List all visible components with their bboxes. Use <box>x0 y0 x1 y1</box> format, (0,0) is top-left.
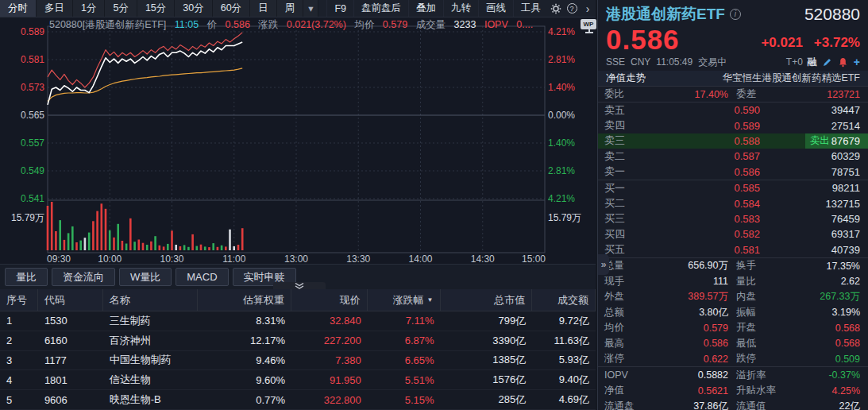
price-change: +0.021 <box>761 35 802 51</box>
stat-value: 2.62 <box>793 276 868 287</box>
bid-row-买五[interactable]: 买五0.58140739 <box>598 242 868 257</box>
collapse-chevron-icon[interactable] <box>273 282 326 289</box>
volume-bar <box>163 246 165 250</box>
table-row[interactable]: 59606映恩生物-B0.77%322.8005.15%285亿4.69亿 <box>0 390 596 410</box>
cell-涨跌幅: 6.87% <box>368 331 441 350</box>
help-icon[interactable]: ? <box>564 0 580 17</box>
period-button-分时[interactable]: 分时 <box>0 0 37 17</box>
stat-row-涨停: 涨停0.622跌停0.509 <box>598 351 868 367</box>
tab-MACD[interactable]: MACD <box>176 268 228 286</box>
info-icon[interactable]: i <box>730 9 741 20</box>
volume-bar <box>208 247 210 250</box>
ask-volume: 39447 <box>760 104 868 116</box>
nav-trend-row[interactable]: 净值走势 华宝恒生港股通创新药精选ETF <box>598 71 868 86</box>
table-body: 11530三生制药8.31%32.8407.11%799亿9.72亿26160百… <box>0 311 596 410</box>
toolbar-action-九转[interactable]: 九转 <box>443 0 478 17</box>
ask-row-卖五[interactable]: 卖五0.59039447 <box>598 102 868 118</box>
tab-量比[interactable]: 量比 <box>5 268 48 286</box>
x-axis-tick: 09:30 <box>47 253 71 264</box>
iopv-label: IOPV <box>484 19 508 30</box>
executed-sell-flash: 卖出87679 <box>805 133 868 149</box>
quote-header: 港股通创新药ETF i 520880 0.586 +0.021 +3.72% S… <box>598 0 868 69</box>
bid-row-买三[interactable]: 买三0.58376459 <box>598 211 868 226</box>
period-button-日[interactable]: 日 <box>250 0 277 17</box>
market-status: 交易中 <box>698 56 727 69</box>
x-axis-tick: 13:30 <box>346 253 370 264</box>
arrow-right-icon[interactable]: › <box>580 0 596 17</box>
plot-border <box>48 26 545 253</box>
volume-bar <box>187 247 190 250</box>
security-name: 港股通创新药ETF <box>606 4 725 25</box>
period-button-1分[interactable]: 1分 <box>73 0 105 17</box>
add-plus-icon[interactable]: + <box>854 56 860 68</box>
ask-row-卖四[interactable]: 卖四0.58927514 <box>598 118 868 133</box>
column-header-涨跌幅[interactable]: 涨跌幅▼ <box>368 289 441 311</box>
toolbar-action-盘前盘后[interactable]: 盘前盘后 <box>353 0 408 17</box>
bid-volume: 98211 <box>760 182 868 194</box>
alert-bell-icon[interactable] <box>838 56 849 68</box>
period-button-30分[interactable]: 30分 <box>175 0 212 17</box>
table-row[interactable]: 41801信达生物9.60%91.9505.51%1576亿9.40亿 <box>0 370 596 390</box>
period-button-多日[interactable]: 多日 <box>37 0 73 17</box>
volume-axis-label-left: 15.79万 <box>11 212 44 223</box>
y-axis-tick-left: 0.573 <box>21 82 44 93</box>
ask-volume: 27514 <box>760 120 868 132</box>
toolbar-action-叠加[interactable]: 叠加 <box>408 0 443 17</box>
bid-row-买四[interactable]: 买四0.58269317 <box>598 226 868 242</box>
cell-涨跌幅: 5.51% <box>368 370 441 389</box>
wp-monitor-icon: WP <box>581 19 596 29</box>
column-header-代码[interactable]: 代码 <box>38 289 103 311</box>
table-row[interactable]: 26160百济神州12.17%227.2006.87%3390亿11.63亿 <box>0 331 596 351</box>
cell-估算权重: 0.77% <box>198 390 291 409</box>
volume-bar <box>159 246 161 250</box>
volume-axis-label-right: 15.79万 <box>548 212 581 223</box>
column-header-总市值[interactable]: 总市值 <box>441 289 533 311</box>
stat-row-均价: 均价0.579开盘0.568 <box>598 320 868 336</box>
bid-volume: 76459 <box>760 213 868 225</box>
bid-row-买一[interactable]: 买一0.58598211 <box>598 180 868 195</box>
column-header-现价[interactable]: 现价 <box>291 289 368 311</box>
ask-row-卖三[interactable]: 卖三0.588卖出87679 <box>598 133 868 149</box>
bid-price: 0.582 <box>636 228 760 240</box>
period-button-周[interactable]: 周 <box>277 0 304 17</box>
volume-bar <box>241 228 244 250</box>
period-button-60分[interactable]: 60分 <box>213 0 250 17</box>
intraday-chart[interactable]: 520880[港股通创新药ETF] 11:05 价 0.586 涨跌 0.021… <box>0 17 596 264</box>
toolbar-action-工具[interactable]: 工具 <box>513 0 548 17</box>
wencai-widget-icon[interactable]: WP <box>581 19 598 33</box>
cell-名称: 中国生物制药 <box>103 351 199 370</box>
ask-row-卖二[interactable]: 卖二0.58760329 <box>598 149 868 164</box>
column-header-序号[interactable]: 序号 <box>0 289 38 311</box>
cell-代码: 1801 <box>38 370 103 389</box>
panel-expander-button[interactable]: » <box>598 254 609 275</box>
volume-bar <box>229 230 231 250</box>
settings-gear-icon[interactable] <box>548 0 564 17</box>
y-axis-tick-left: 0.541 <box>21 193 44 204</box>
intraday-chart-canvas[interactable]: 0.5894.21%0.5812.81%0.5731.40%0.5650.00%… <box>0 17 596 264</box>
toolbar-action-画线[interactable]: 画线 <box>478 0 513 17</box>
toolbar-action-F9[interactable]: F9 <box>326 0 353 17</box>
y-axis-tick-right: 2.81% <box>548 165 575 176</box>
price-change-pct: +3.72% <box>814 35 860 51</box>
bid-row-买二[interactable]: 买二0.584132715 <box>598 195 868 211</box>
bid-ladder: 买一0.58598211买二0.584132715买三0.58376459买四0… <box>598 180 868 257</box>
period-button-15分[interactable]: 15分 <box>137 0 175 17</box>
column-header-成交额[interactable]: 成交额 <box>532 289 596 311</box>
column-header-名称[interactable]: 名称 <box>103 289 199 311</box>
column-header-估算权重[interactable]: 估算权重 <box>198 289 291 311</box>
table-row[interactable]: 31177中国生物制药9.46%7.3806.65%1385亿5.93亿 <box>0 351 596 371</box>
stat-value: 0.5882 <box>639 369 728 381</box>
edit-pencil-icon[interactable] <box>822 56 833 68</box>
volume-bar <box>105 209 107 250</box>
stat-label: IOPV <box>598 369 639 381</box>
stat-label: 涨停 <box>598 352 639 366</box>
tab-资金流向[interactable]: 资金流向 <box>52 268 115 286</box>
volume-bar <box>196 246 199 250</box>
period-dropdown-icon[interactable]: ▾ <box>303 0 318 17</box>
volume-bar <box>175 245 177 250</box>
period-button-5分[interactable]: 5分 <box>105 0 137 17</box>
table-row[interactable]: 11530三生制药8.31%32.8407.11%799亿9.72亿 <box>0 311 596 331</box>
ask-row-卖一[interactable]: 卖一0.58678751 <box>598 164 868 180</box>
tab-W量比[interactable]: W量比 <box>119 268 172 286</box>
volume-bar <box>68 233 70 250</box>
